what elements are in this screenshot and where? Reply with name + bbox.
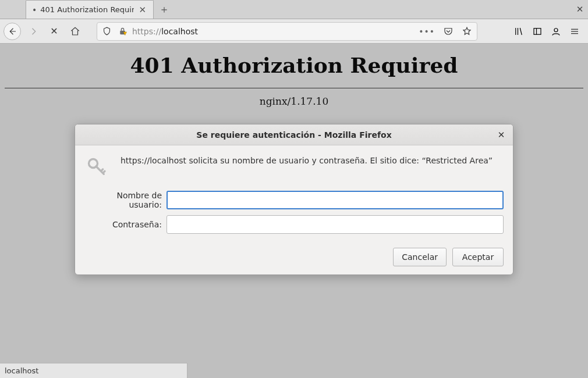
svg-point-4 xyxy=(554,28,558,31)
url-bar[interactable]: https://localhost ••• xyxy=(97,22,477,41)
hamburger-menu-icon[interactable] xyxy=(569,26,580,37)
password-label: Contraseña: xyxy=(83,220,162,229)
dialog-button-row: Cancelar Aceptar xyxy=(75,242,513,274)
tab-title: 401 Authorization Require xyxy=(40,5,134,14)
library-icon[interactable] xyxy=(513,26,524,37)
plus-icon: ＋ xyxy=(159,2,169,16)
tab-modified-indicator: • xyxy=(32,6,37,14)
new-tab-button[interactable]: ＋ xyxy=(154,0,175,19)
tabstrip-left-spacer xyxy=(0,0,26,19)
accept-button[interactable]: Aceptar xyxy=(452,248,504,266)
svg-rect-2 xyxy=(534,28,541,34)
url-host: localhost xyxy=(161,27,198,36)
browser-tab[interactable]: • 401 Authorization Require ✕ xyxy=(26,0,154,19)
key-icon xyxy=(83,154,111,180)
page-heading: 401 Authorization Required xyxy=(0,53,588,77)
lock-warning-icon[interactable] xyxy=(118,26,127,36)
window-close-icon[interactable]: ✕ xyxy=(572,0,588,19)
stop-button[interactable]: ✕ xyxy=(45,23,63,40)
status-bar: localhost xyxy=(0,363,187,378)
toolbar-right xyxy=(513,26,585,37)
ellipsis-icon[interactable]: ••• xyxy=(419,27,435,36)
dialog-body: https://localhost solicita su nombre de … xyxy=(75,145,513,242)
dialog-title: Se requiere autenticación - Mozilla Fire… xyxy=(196,130,391,140)
home-button[interactable] xyxy=(66,23,84,40)
dialog-message: https://localhost solicita su nombre de … xyxy=(121,154,504,165)
cancel-button[interactable]: Cancelar xyxy=(393,248,447,266)
tab-close-icon[interactable]: ✕ xyxy=(137,5,147,15)
pocket-icon[interactable] xyxy=(443,26,454,37)
shield-icon[interactable] xyxy=(102,26,112,36)
navigation-toolbar: ✕ https://localhost ••• xyxy=(0,19,588,44)
auth-dialog: Se requiere autenticación - Mozilla Fire… xyxy=(75,124,513,275)
url-scheme: https:// xyxy=(132,27,161,36)
star-icon[interactable] xyxy=(462,26,472,37)
sidebar-icon[interactable] xyxy=(532,26,543,37)
dialog-message-row: https://localhost solicita su nombre de … xyxy=(83,154,504,180)
password-input[interactable] xyxy=(167,215,504,234)
username-label: Nombre de usuario: xyxy=(83,191,162,209)
dialog-titlebar: Se requiere autenticación - Mozilla Fire… xyxy=(75,124,513,145)
urlbar-leading xyxy=(102,26,127,36)
urlbar-trailing: ••• xyxy=(419,26,472,37)
dialog-form: Nombre de usuario: Contraseña: xyxy=(83,191,504,234)
username-input[interactable] xyxy=(167,191,504,209)
forward-arrow-icon xyxy=(28,26,38,37)
back-button[interactable] xyxy=(3,23,21,40)
server-line: nginx/1.17.10 xyxy=(0,95,588,107)
forward-button[interactable] xyxy=(24,23,42,40)
tabstrip-gap xyxy=(175,0,572,19)
url-text: https://localhost xyxy=(132,27,414,36)
home-icon xyxy=(70,26,80,37)
dialog-close-button[interactable]: ✕ xyxy=(495,129,507,141)
tab-strip: • 401 Authorization Require ✕ ＋ ✕ xyxy=(0,0,588,19)
page-divider xyxy=(5,88,583,88)
status-text: localhost xyxy=(5,366,38,375)
account-icon[interactable] xyxy=(551,26,561,37)
close-icon: ✕ xyxy=(50,26,58,37)
back-arrow-icon xyxy=(7,26,17,37)
close-icon: ✕ xyxy=(498,130,505,140)
